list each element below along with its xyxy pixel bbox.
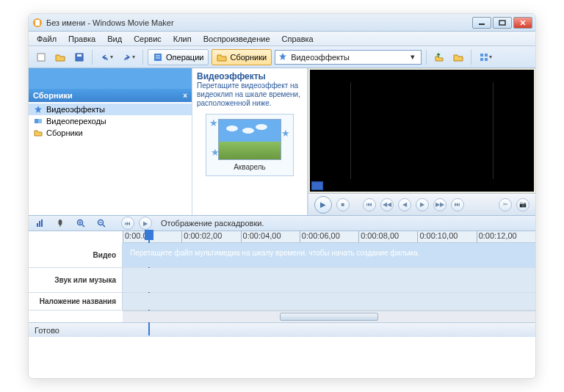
- menu-clip[interactable]: Клип: [168, 33, 197, 45]
- ruler-tick: 0:00:08,00: [358, 231, 417, 242]
- toolbar: ▾ ▾ Операции Сборники Видеоэффекты ▾ ▾: [29, 46, 535, 68]
- sidebar-spacer: [29, 68, 192, 89]
- ruler-tick: 0:00:02,00: [181, 231, 240, 242]
- timeline-rewind-button[interactable]: ⏮: [121, 217, 134, 230]
- effect-item[interactable]: ★ ★ ★ Акварель: [206, 114, 294, 176]
- star-icon: [33, 104, 43, 115]
- track-label-audio: Звук или музыка: [29, 268, 123, 292]
- collections-pane: Сборники × Видеоэффекты Видеопереходы Сб…: [29, 68, 192, 215]
- contents-pane: Видеоэффекты Перетащите видеоэффект на в…: [192, 68, 308, 215]
- svg-rect-21: [39, 221, 40, 227]
- sidebar-header: Сборники ×: [29, 89, 192, 102]
- open-button[interactable]: [52, 49, 68, 65]
- separator: [471, 50, 471, 65]
- back-frame-button[interactable]: ◀: [398, 198, 411, 211]
- svg-rect-9: [154, 54, 162, 61]
- tree-item-collections[interactable]: Сборники: [29, 127, 192, 139]
- fwd-frame-button[interactable]: ▶: [416, 198, 429, 211]
- menu-edit[interactable]: Правка: [63, 33, 101, 45]
- tree-item-transitions[interactable]: Видеопереходы: [29, 115, 192, 127]
- menu-view[interactable]: Вид: [102, 33, 127, 45]
- collections-button[interactable]: Сборники: [212, 49, 272, 65]
- location-combo[interactable]: Видеоэффекты ▾: [275, 50, 422, 65]
- split-button[interactable]: ✂: [499, 198, 512, 211]
- prev-button[interactable]: ⏮: [363, 198, 376, 211]
- app-window: Без имени - Windows Movie Maker Файл Пра…: [28, 13, 536, 379]
- title-track: Наложение названия: [29, 293, 535, 311]
- tasks-button[interactable]: Операции: [148, 49, 209, 65]
- zoom-in-button[interactable]: [73, 215, 89, 231]
- svg-marker-17: [35, 106, 42, 113]
- timeline-toolbar: ⏮ ▶ Отображение раскадровки.: [29, 215, 535, 231]
- redo-button[interactable]: ▾: [119, 49, 138, 65]
- save-button[interactable]: [71, 49, 87, 65]
- pane-instruction: Перетащите видеоэффект на видеоклип на ш…: [197, 81, 303, 108]
- scrollbar-thumb[interactable]: [280, 313, 379, 321]
- window-controls: [472, 17, 532, 29]
- menu-help[interactable]: Справка: [277, 33, 319, 45]
- tasks-label: Операции: [166, 53, 203, 62]
- svg-rect-13: [480, 54, 483, 57]
- narrate-button[interactable]: [52, 215, 68, 231]
- menu-file[interactable]: Файл: [32, 33, 62, 45]
- svg-rect-8: [77, 54, 82, 57]
- app-icon: [32, 17, 43, 29]
- star-icon: [278, 52, 289, 62]
- new-folder-button[interactable]: [450, 49, 466, 65]
- svg-rect-15: [480, 58, 483, 61]
- svg-rect-14: [485, 54, 488, 57]
- timeline-scrollbar[interactable]: [123, 311, 535, 322]
- title-track-area[interactable]: [123, 293, 535, 310]
- timeline-tracks: Видео Перетащите файл мультимедиа на шка…: [29, 243, 535, 311]
- close-button[interactable]: [513, 17, 532, 29]
- up-level-button[interactable]: [431, 49, 447, 65]
- video-track-area[interactable]: Перетащите файл мультимедиа на шкалу вре…: [123, 243, 535, 267]
- new-button[interactable]: [33, 49, 49, 65]
- timeline-play-button[interactable]: ▶: [139, 217, 152, 230]
- titlebar: Без имени - Windows Movie Maker: [29, 14, 535, 32]
- separator: [426, 50, 427, 65]
- folder-icon: [33, 128, 43, 138]
- zoom-out-button[interactable]: [93, 215, 109, 231]
- undo-button[interactable]: ▾: [97, 49, 116, 65]
- track-label-video: Видео: [29, 243, 123, 267]
- separator: [142, 50, 143, 65]
- sidebar-close-icon[interactable]: ×: [183, 92, 187, 100]
- timeline-ruler[interactable]: 0:00.00 0:00:02,00 0:00:04,00 0:00:06,00…: [123, 231, 535, 243]
- forward-button[interactable]: ▶▶: [433, 198, 446, 211]
- audio-levels-button[interactable]: [32, 215, 48, 231]
- menu-play[interactable]: Воспроизведение: [198, 33, 275, 45]
- svg-rect-22: [41, 219, 43, 227]
- playhead[interactable]: [145, 230, 153, 240]
- svg-point-23: [59, 219, 62, 225]
- ruler-tick: 0:00:06,00: [300, 231, 358, 242]
- tree-item-effects[interactable]: Видеоэффекты: [29, 104, 192, 115]
- tree-label: Видеоэффекты: [46, 105, 105, 114]
- statusbar: Готово: [29, 322, 535, 337]
- minimize-button[interactable]: [472, 17, 491, 29]
- next-button[interactable]: ⏭: [451, 198, 464, 211]
- svg-rect-19: [38, 119, 42, 123]
- main-content: Сборники × Видеоэффекты Видеопереходы Сб…: [29, 68, 535, 215]
- preview-pane: ▶ ■ ⏮ ◀◀ ◀ ▶ ▶▶ ⏭ ✂ 📷: [308, 68, 535, 215]
- stop-button[interactable]: ■: [336, 198, 350, 211]
- maximize-button[interactable]: [493, 17, 512, 29]
- ruler-tick: 0:00:12,00: [477, 231, 535, 242]
- menu-tools[interactable]: Сервис: [129, 33, 167, 45]
- ruler-tick: 0:00:10,00: [417, 231, 476, 242]
- collections-label: Сборники: [230, 53, 267, 62]
- svg-marker-12: [279, 53, 286, 60]
- effect-label: Акварель: [234, 163, 266, 171]
- video-track-hint: Перетащите файл мультимедиа на шкалу вре…: [130, 249, 419, 257]
- snapshot-button[interactable]: 📷: [516, 198, 529, 211]
- storyboard-toggle-link[interactable]: Отображение раскадровки.: [161, 219, 264, 228]
- pane-heading: Видеоэффекты: [197, 71, 303, 81]
- track-label-title: Наложение названия: [29, 293, 123, 310]
- preview-indicator-icon: [311, 181, 323, 190]
- rewind-button[interactable]: ◀◀: [380, 198, 394, 211]
- svg-rect-6: [37, 54, 45, 61]
- audio-track-area[interactable]: [123, 268, 535, 292]
- window-title: Без имени - Windows Movie Maker: [46, 18, 472, 27]
- views-button[interactable]: ▾: [476, 49, 495, 65]
- play-button[interactable]: ▶: [314, 196, 332, 214]
